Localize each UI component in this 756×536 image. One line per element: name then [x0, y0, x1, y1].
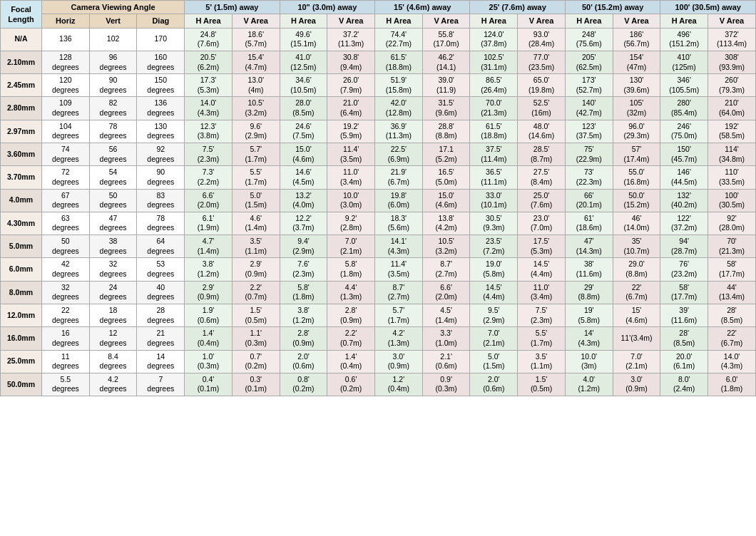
d5h-cell: 1.9' (0.6m) — [185, 304, 233, 326]
d10v-cell: 0.6' (0.2m) — [327, 373, 375, 396]
d25h-cell: 86.5' (26.4m) — [470, 74, 518, 97]
diag-cell: 136 degrees — [137, 97, 185, 120]
horiz-cell: 67 degrees — [42, 189, 90, 212]
d25h-cell: 30.5' (9.3m) — [470, 212, 518, 234]
focal-cell: 2.97mm — [1, 120, 42, 143]
d25v-cell: 28.5' (8.7m) — [518, 143, 566, 166]
d10v-cell: 7.0' (2.1m) — [327, 235, 375, 258]
d10v-cell: 11.0' (3.4m) — [327, 166, 375, 189]
d10h-cell: 0.8' (0.2m) — [280, 373, 327, 396]
focal-cell: 6.0mm — [1, 258, 42, 281]
d10h-cell: 5.8' (1.8m) — [280, 281, 327, 304]
focal-cell: 2.45mm — [1, 74, 42, 97]
d50v-cell: 29.0' (8.8m) — [613, 258, 660, 281]
d50v-cell: 186' (56.7m) — [613, 28, 660, 51]
focal-cell: 50.0mm — [1, 373, 42, 396]
d15h-cell: 1.2' (0.4m) — [375, 373, 423, 396]
d100v-cell: 92' (28.0m) — [708, 212, 756, 234]
d10v-cell: 19.2' (5.9m) — [327, 120, 375, 143]
d15h-cell: 4.2' (1.3m) — [375, 327, 423, 350]
horiz-cell: 74 degrees — [42, 143, 90, 166]
d5h-cell: 0.4' (0.1m) — [185, 373, 233, 396]
d25v-cell: 14.5' (4.4m) — [518, 258, 566, 281]
table-row: 8.0mm32 degrees24 degrees40 degrees2.9' … — [1, 281, 756, 304]
d5h-cell: 1.4' (0.4m) — [185, 327, 233, 350]
d100v-cell: 114' (34.8m) — [708, 143, 756, 166]
vert-header: Vert — [89, 14, 137, 28]
d15v-cell: 13.8' (4.2m) — [422, 212, 470, 234]
d15h-cell: 11.4' (3.5m) — [375, 258, 423, 281]
d25h-cell: 61.5' (18.8m) — [470, 120, 518, 143]
d50h-cell: 75' (22.9m) — [565, 143, 613, 166]
horiz-cell: 120 degrees — [42, 74, 90, 97]
d5h-cell: 14.0' (4.3m) — [185, 97, 233, 120]
horiz-cell: 63 degrees — [42, 212, 90, 234]
d100h-cell: 39' (11.6m) — [660, 304, 708, 326]
d100h-cell: 146' (44.5m) — [660, 166, 708, 189]
focal-cell: 2.80mm — [1, 97, 42, 120]
d5h-cell: 12.3' (3.8m) — [185, 120, 233, 143]
diag-cell: 14 degrees — [137, 350, 185, 373]
d25v-cell: 25.0' (7.6m) — [518, 189, 566, 212]
diag-cell: 83 degrees — [137, 189, 185, 212]
d100v-cell: 110' (33.5m) — [708, 166, 756, 189]
d5h-cell: 7.3' (2.2m) — [185, 166, 233, 189]
d15v-cell: 4.5' (1.4m) — [422, 304, 470, 326]
vert-cell: 8.4 degrees — [89, 350, 137, 373]
d50v-cell: 50.0' (15.2m) — [613, 189, 660, 212]
vert-cell: 18 degrees — [89, 304, 137, 326]
d10v-cell: 9.2' (2.8m) — [327, 212, 375, 234]
d15v-cell: 39.0' (11.9) — [422, 74, 470, 97]
d10h-cell: 24.6' (7.5m) — [280, 120, 327, 143]
horiz-cell: 22 degrees — [42, 304, 90, 326]
focal-cell: 2.10mm — [1, 51, 42, 73]
d50h-cell: 140' (42.7m) — [565, 97, 613, 120]
table-row: 2.10mm128 degrees96 degrees160 degrees20… — [1, 51, 756, 73]
dist3-header: 15' (4.6m) away — [375, 1, 470, 14]
d25h-cell: 124.0' (37.8m) — [470, 28, 518, 51]
d25v-cell: 48.0' (14.6m) — [518, 120, 566, 143]
diag-header: Diag — [137, 14, 185, 28]
horiz-cell: 50 degrees — [42, 235, 90, 258]
d100v-cell: 308' (93.9m) — [708, 51, 756, 73]
d15h-cell: 42.0' (12.8m) — [375, 97, 423, 120]
d10v-cell: 11.4' (3.5m) — [327, 143, 375, 166]
d10h-cell: 14.6' (4.5m) — [280, 166, 327, 189]
d100h-cell: 346' (105.5m) — [660, 74, 708, 97]
table-row: 50.0mm5.5 degrees4.2 degrees7 degrees0.4… — [1, 373, 756, 396]
d15h-cell: 22.5' (6.9m) — [375, 143, 423, 166]
d100v-cell: 22' (6.7m) — [708, 327, 756, 350]
d5v-cell: 1.1' (0.3m) — [232, 327, 280, 350]
d100v-cell: 192' (58.5m) — [708, 120, 756, 143]
d5h-cell: 4.7' (1.4m) — [185, 235, 233, 258]
d10h-cell: 3.8' (1.2m) — [280, 304, 327, 326]
d3-h-header: H Area — [375, 14, 423, 28]
d100v-cell: 44' (13.4m) — [708, 281, 756, 304]
d25h-cell: 23.5' (7.2m) — [470, 235, 518, 258]
d10h-cell: 2.8' (0.9m) — [280, 327, 327, 350]
d25h-cell: 36.5' (11.1m) — [470, 166, 518, 189]
d5v-cell: 9.6' (2.9m) — [232, 120, 280, 143]
camera-angle-header: Camera Viewing Angle — [42, 1, 185, 14]
d15v-cell: 17.1 (5.2m) — [422, 143, 470, 166]
d50h-cell: 248' (75.6m) — [565, 28, 613, 51]
d2-h-header: H Area — [280, 14, 327, 28]
focal-cell: N/A — [1, 28, 42, 51]
d50v-cell: 35' (10.7m) — [613, 235, 660, 258]
focal-cell: 5.0mm — [1, 235, 42, 258]
d10h-cell: 7.6' (2.3m) — [280, 258, 327, 281]
d15h-cell: 18.3' (5.6m) — [375, 212, 423, 234]
d15v-cell: 15.0' (4.6m) — [422, 189, 470, 212]
vert-cell: 24 degrees — [89, 281, 137, 304]
d50v-cell: 55.0' (16.8m) — [613, 166, 660, 189]
dist1-header: 5' (1.5m) away — [185, 1, 280, 14]
d5v-cell: 5.7' (1.7m) — [232, 143, 280, 166]
d50h-cell: 4.0' (1.2m) — [565, 373, 613, 396]
d5h-cell: 3.8' (1.2m) — [185, 258, 233, 281]
d25h-cell: 14.5' (4.4m) — [470, 281, 518, 304]
main-container: Focal Length Camera Viewing Angle 5' (1.… — [0, 0, 756, 396]
d15v-cell: 2.1' (0.6m) — [422, 350, 470, 373]
vert-cell: 47 degrees — [89, 212, 137, 234]
table-row: 2.45mm120 degrees90 degrees150 degrees17… — [1, 74, 756, 97]
d50v-cell: 130' (39.6m) — [613, 74, 660, 97]
